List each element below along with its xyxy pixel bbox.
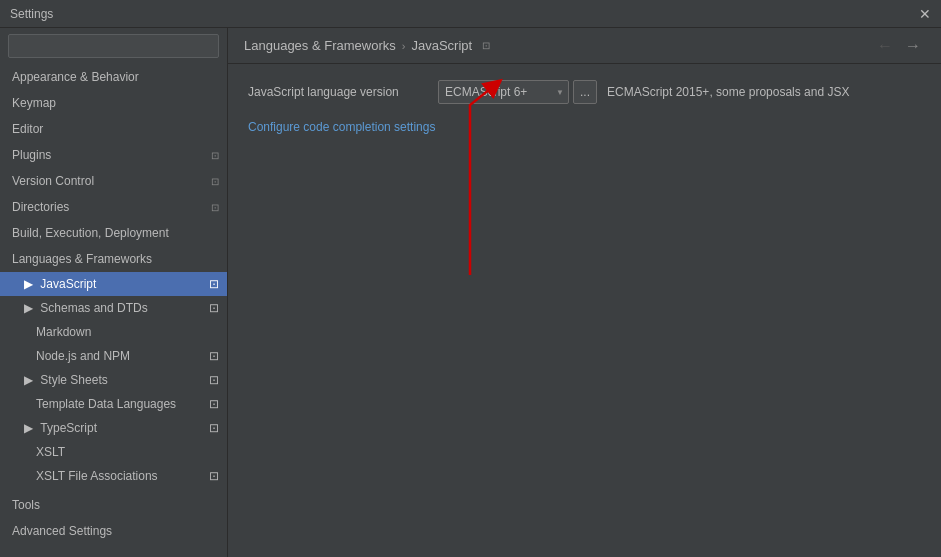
content-body: JavaScript language version ECMAScript 5… [228,64,941,557]
sidebar-item-label: Tools [12,496,40,514]
sidebar-item-languages-frameworks[interactable]: Languages & Frameworks [0,246,227,272]
back-button[interactable]: ← [873,38,897,54]
select-wrapper: ECMAScript 5.1 ECMAScript 6+ ECMAScript … [438,80,569,104]
settings-icon: ⊡ [209,347,219,365]
sidebar-item-template-data-languages[interactable]: Template Data Languages ⊡ [0,392,227,416]
breadcrumb-parent: Languages & Frameworks [244,38,396,53]
sidebar-item-label: Schemas and DTDs [40,301,147,315]
sidebar-item-label: TypeScript [40,421,97,435]
sidebar-item-javascript[interactable]: ▶ JavaScript ⊡ [0,272,227,296]
window-title: Settings [10,7,53,21]
sidebar-item-label: Markdown [36,325,91,339]
sidebar-item-editor[interactable]: Editor [0,116,227,142]
sidebar-item-schemas-dtds[interactable]: ▶ Schemas and DTDs ⊡ [0,296,227,320]
sidebar-item-label: XSLT File Associations [36,469,158,483]
breadcrumb-current: JavaScript [411,38,472,53]
sidebar: Appearance & Behavior Keymap Editor Plug… [0,28,228,557]
setting-select-wrapper: ECMAScript 5.1 ECMAScript 6+ ECMAScript … [438,80,597,104]
sidebar-item-nodejs-npm[interactable]: Node.js and NPM ⊡ [0,344,227,368]
js-version-select[interactable]: ECMAScript 5.1 ECMAScript 6+ ECMAScript … [438,80,569,104]
settings-icon: ⊡ [209,275,219,293]
sidebar-item-build-execution-deployment[interactable]: Build, Execution, Deployment [0,220,227,246]
setting-description: ECMAScript 2015+, some proposals and JSX [607,85,849,99]
forward-button[interactable]: → [901,38,925,54]
sidebar-item-label: XSLT [36,445,65,459]
sidebar-item-typescript[interactable]: ▶ TypeScript ⊡ [0,416,227,440]
sidebar-item-xslt-file-associations[interactable]: XSLT File Associations ⊡ [0,464,227,488]
sidebar-item-style-sheets[interactable]: ▶ Style Sheets ⊡ [0,368,227,392]
config-link[interactable]: Configure code completion settings [248,120,435,134]
setting-row-js-version: JavaScript language version ECMAScript 5… [248,80,921,104]
sidebar-item-label: Plugins [12,146,51,164]
sidebar-item-xslt[interactable]: XSLT [0,440,227,464]
breadcrumb-separator: › [402,40,406,52]
window-icon: ⊡ [482,40,490,51]
sidebar-item-label: Keymap [12,94,56,112]
sidebar-item-label: Appearance & Behavior [12,68,139,86]
sidebar-item-label: Style Sheets [40,373,107,387]
sidebar-item-version-control[interactable]: Version Control ⊡ [0,168,227,194]
sidebar-item-label: Build, Execution, Deployment [12,224,169,242]
settings-icon: ⊡ [209,419,219,437]
chevron-right-icon: ▶ [24,301,33,315]
more-button[interactable]: ... [573,80,597,104]
sidebar-item-directories[interactable]: Directories ⊡ [0,194,227,220]
sidebar-item-label: JavaScript [40,277,96,291]
chevron-right-icon: ▶ [24,373,33,387]
chevron-right-icon: ▶ [24,421,33,435]
settings-icon: ⊡ [211,200,219,215]
content-area: Languages & Frameworks › JavaScript ⊡ ← … [228,28,941,557]
content-header: Languages & Frameworks › JavaScript ⊡ ← … [228,28,941,64]
sidebar-item-label: Directories [12,198,69,216]
sidebar-item-label: Node.js and NPM [36,349,130,363]
sidebar-item-label: Version Control [12,172,94,190]
sidebar-item-advanced-settings[interactable]: Advanced Settings [0,518,227,544]
settings-icon: ⊡ [211,174,219,189]
settings-icon: ⊡ [209,395,219,413]
sidebar-item-tools[interactable]: Tools [0,492,227,518]
header-nav: ← → [873,38,925,54]
close-button[interactable]: ✕ [919,6,931,22]
settings-icon: ⊡ [209,467,219,485]
setting-label: JavaScript language version [248,85,428,99]
settings-icon: ⊡ [211,148,219,163]
sidebar-item-keymap[interactable]: Keymap [0,90,227,116]
chevron-right-icon: ▶ [24,277,33,291]
title-bar: Settings ✕ [0,0,941,28]
sidebar-item-plugins[interactable]: Plugins ⊡ [0,142,227,168]
sidebar-item-label: Advanced Settings [12,522,112,540]
breadcrumb: Languages & Frameworks › JavaScript ⊡ [244,38,490,53]
search-input[interactable] [8,34,219,58]
main-layout: Appearance & Behavior Keymap Editor Plug… [0,28,941,557]
sidebar-item-markdown[interactable]: Markdown [0,320,227,344]
sidebar-item-label: Template Data Languages [36,397,176,411]
sidebar-item-appearance-behavior[interactable]: Appearance & Behavior [0,64,227,90]
sidebar-item-label: Languages & Frameworks [12,250,152,268]
config-link-row: Configure code completion settings [248,120,921,134]
settings-icon: ⊡ [209,299,219,317]
sidebar-item-label: Editor [12,120,43,138]
settings-icon: ⊡ [209,371,219,389]
